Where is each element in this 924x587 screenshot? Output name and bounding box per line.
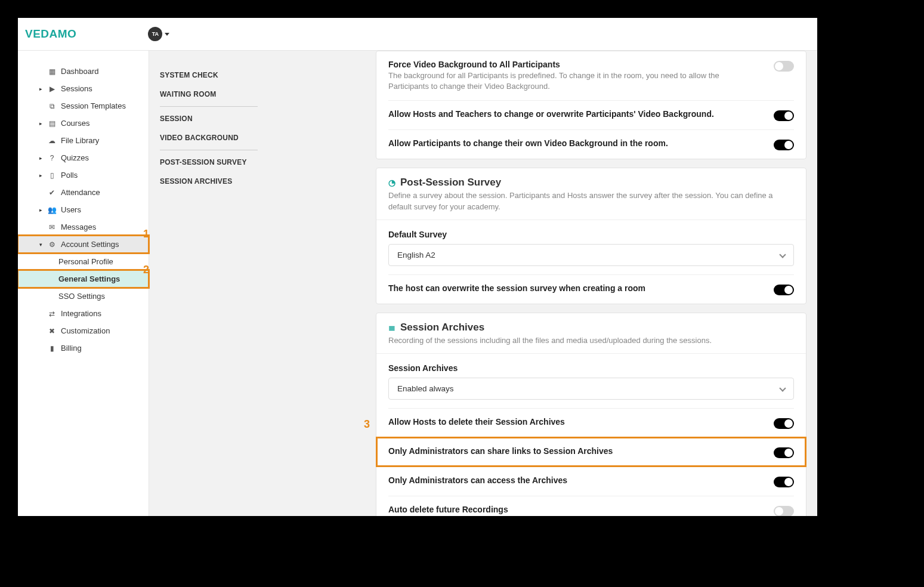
- sidebar-item-courses[interactable]: ▸ ▤ Courses: [18, 115, 149, 132]
- caret-down-icon: [165, 33, 169, 36]
- label: Customization: [61, 326, 110, 335]
- billing-icon: ▮: [48, 344, 56, 353]
- label: Only Administrators can share links to S…: [388, 446, 762, 456]
- label: General Settings: [58, 274, 120, 283]
- chevron-down-icon: ▾: [39, 242, 42, 248]
- sidebar-sub-sso-settings[interactable]: SSO Settings: [18, 288, 149, 305]
- setting-admin-access-archives: Only Administrators can access the Archi…: [388, 466, 794, 496]
- session-archives-select[interactable]: Enabled always: [388, 378, 794, 400]
- gear-icon: ⚙: [48, 240, 56, 249]
- toggle-participants-change-bg[interactable]: [774, 140, 794, 150]
- description: The background for all Participants is p…: [388, 70, 762, 92]
- section-nav-session-archives[interactable]: SESSION ARCHIVES: [160, 172, 258, 191]
- panel-video-background: Force Video Background to All Participan…: [376, 51, 806, 159]
- label: Personal Profile: [58, 257, 113, 266]
- quiz-icon: ?: [48, 154, 56, 162]
- sidebar-item-templates[interactable]: ⧉ Session Templates: [18, 97, 149, 115]
- section-nav-system-check[interactable]: SYSTEM CHECK: [160, 66, 258, 85]
- setting-auto-delete-recordings: Auto delete future Recordings: [388, 496, 794, 516]
- setting-allow-hosts-delete: Allow Hosts to delete their Session Arch…: [388, 408, 794, 437]
- brand-logo[interactable]: VEDAMO: [25, 27, 76, 41]
- customization-icon: ✖: [48, 327, 56, 335]
- sidebar-item-users[interactable]: ▸ 👥 Users: [18, 201, 149, 218]
- chevron-right-icon: ▸: [39, 172, 42, 178]
- user-menu[interactable]: TA: [148, 27, 169, 41]
- callout-1: 1: [143, 228, 149, 240]
- label: Messages: [61, 223, 96, 231]
- sidebar: ▦ Dashboard ▸ ▶ Sessions ⧉ Session Templ…: [18, 51, 149, 516]
- label: SSO Settings: [58, 292, 105, 301]
- chevron-right-icon: ▸: [39, 155, 42, 161]
- sidebar-item-account-settings[interactable]: ▾ ⚙ Account Settings: [18, 236, 149, 253]
- play-icon: ▶: [48, 85, 56, 93]
- label: Dashboard: [61, 67, 99, 76]
- sidebar-item-polls[interactable]: ▸ ▯ Polls: [18, 166, 149, 184]
- sidebar-item-customization[interactable]: ✖ Customization: [18, 322, 149, 339]
- setting-force-video-bg: Force Video Background to All Participan…: [388, 51, 794, 100]
- setting-admin-share-links: Only Administrators can share links to S…: [376, 437, 806, 466]
- default-survey-block: Default Survey English A2: [388, 220, 794, 274]
- label: File Library: [61, 136, 99, 145]
- attendance-icon: ✔: [48, 189, 56, 197]
- section-nav-post-survey[interactable]: POST-SESSION SURVEY: [160, 153, 258, 172]
- chevron-down-icon: [779, 252, 786, 258]
- sidebar-item-integrations[interactable]: ⇄ Integrations: [18, 305, 149, 322]
- setting-host-overwrite-survey: The host can overwrite the session surve…: [388, 274, 794, 304]
- divider: [160, 106, 258, 107]
- app-window: VEDAMO TA ▦ Dashboard ▸ ▶ Sessions ⧉ Ses…: [18, 18, 817, 516]
- chevron-down-icon: [779, 385, 786, 392]
- chart-pie-icon: ◔: [388, 178, 395, 187]
- sidebar-sub-personal-profile[interactable]: Personal Profile: [18, 253, 149, 270]
- sidebar-item-attendance[interactable]: ✔ Attendance: [18, 184, 149, 201]
- panel-description: Define a survey about the session. Parti…: [388, 190, 794, 212]
- toggle-allow-hosts-delete[interactable]: [774, 418, 794, 429]
- toggle-admin-access-archives[interactable]: [774, 477, 794, 487]
- section-nav: SYSTEM CHECK WAITING ROOM SESSION VIDEO …: [149, 51, 268, 516]
- panel-post-session-survey: ◔ Post-Session Survey Define a survey ab…: [376, 168, 806, 304]
- integrations-icon: ⇄: [48, 310, 56, 318]
- section-nav-waiting-room[interactable]: WAITING ROOM: [160, 85, 258, 104]
- label: Quizzes: [61, 153, 89, 162]
- sidebar-item-dashboard[interactable]: ▦ Dashboard: [18, 63, 149, 80]
- section-nav-video-background[interactable]: VIDEO BACKGROUND: [160, 128, 258, 147]
- toggle-admin-share-links[interactable]: [774, 447, 794, 458]
- label: Only Administrators can access the Archi…: [388, 475, 762, 485]
- label: Auto delete future Recordings: [388, 505, 762, 514]
- sidebar-item-billing[interactable]: ▮ Billing: [18, 339, 149, 357]
- cloud-icon: ☁: [48, 137, 56, 145]
- toggle-host-overwrite-survey[interactable]: [774, 285, 794, 295]
- sidebar-sub-general-settings[interactable]: General Settings: [18, 270, 149, 288]
- setting-hosts-change-bg: Allow Hosts and Teachers to change or ov…: [388, 100, 794, 129]
- sidebar-item-messages[interactable]: ✉ Messages: [18, 218, 149, 236]
- chevron-right-icon: ▸: [39, 207, 42, 213]
- section-nav-session[interactable]: SESSION: [160, 109, 258, 128]
- label: Allow Participants to change their own V…: [388, 138, 762, 148]
- label: Polls: [61, 171, 78, 180]
- label: Account Settings: [61, 240, 119, 249]
- avatar: TA: [148, 27, 162, 41]
- callout-2: 2: [143, 264, 149, 276]
- session-archives-block: Session Archives Enabled always: [388, 354, 794, 408]
- dashboard-icon: ▦: [48, 67, 56, 76]
- divider: [160, 150, 258, 150]
- toggle-hosts-change-bg[interactable]: [774, 110, 794, 121]
- sidebar-item-file-library[interactable]: ☁ File Library: [18, 132, 149, 149]
- label: Session Templates: [61, 101, 126, 110]
- select-value: English A2: [397, 251, 435, 259]
- label: Force Video Background to All Participan…: [388, 60, 762, 69]
- content-area: Force Video Background to All Participan…: [268, 51, 817, 516]
- topbar: VEDAMO TA: [18, 18, 817, 51]
- default-survey-select[interactable]: English A2: [388, 244, 794, 266]
- label: Default Survey: [388, 230, 794, 239]
- layers-icon: ≣: [388, 323, 395, 332]
- courses-icon: ▤: [48, 119, 56, 128]
- sidebar-item-quizzes[interactable]: ▸ ? Quizzes: [18, 149, 149, 166]
- sidebar-item-sessions[interactable]: ▸ ▶ Sessions: [18, 80, 149, 97]
- label: Sessions: [61, 84, 92, 93]
- polls-icon: ▯: [48, 171, 56, 180]
- toggle-auto-delete-recordings[interactable]: [774, 506, 794, 516]
- label: Billing: [61, 344, 82, 353]
- template-icon: ⧉: [48, 102, 56, 110]
- toggle-force-video-bg[interactable]: [774, 61, 794, 72]
- label: Users: [61, 205, 81, 214]
